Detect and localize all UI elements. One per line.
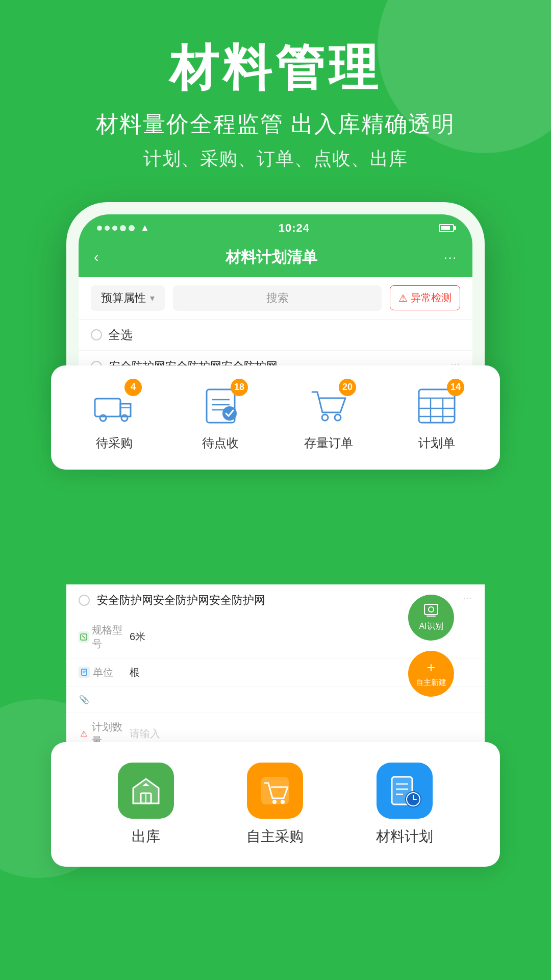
unit-label: 单位 <box>93 666 113 679</box>
document-clock-icon <box>387 773 422 808</box>
ai-recognize-button[interactable]: AI识别 <box>408 595 454 641</box>
ai-recognize-label: AI识别 <box>419 621 443 632</box>
quick-action-stock-orders[interactable]: 20 存量订单 <box>304 384 353 451</box>
svg-line-14 <box>82 635 85 639</box>
search-row: 预算属性 ▾ 搜索 ⚠ 异常检测 <box>79 277 472 319</box>
self-create-button[interactable]: + 自主新建 <box>408 651 454 697</box>
filter-label: 预算属性 <box>101 290 146 306</box>
shopping-cart-icon <box>257 773 293 808</box>
anomaly-button[interactable]: ⚠ 异常检测 <box>390 285 460 310</box>
svg-rect-0 <box>95 399 120 416</box>
outbound-icon-box <box>118 763 174 819</box>
wifi-icon: ▲ <box>140 223 149 233</box>
quick-action-pending-receive[interactable]: 18 待点收 <box>198 384 243 451</box>
status-bar: ▲ 10:24 <box>79 214 472 240</box>
warning-sm-icon: ⚠ <box>79 728 89 740</box>
unit-icon <box>79 667 90 678</box>
feature-material-plan[interactable]: 材料计划 <box>376 763 433 846</box>
feature-self-purchase[interactable]: 自主采购 <box>246 763 304 846</box>
nav-title: 材料计划清单 <box>226 247 317 268</box>
quick-actions-card: 4 待采购 18 待点收 <box>51 365 500 470</box>
svg-rect-18 <box>424 604 438 615</box>
stock-orders-label: 存量订单 <box>304 435 353 451</box>
phone-mockup: ▲ 10:24 ‹ 材料计划清单 ··· 预算属性 ▾ 搜索 <box>66 202 485 421</box>
page-title: 材料管理 <box>0 41 551 95</box>
unit-value: 根 <box>130 666 140 679</box>
bottom-feature-card: 出库 自主采购 <box>51 742 500 867</box>
select-all-label: 全选 <box>108 327 133 343</box>
svg-point-22 <box>272 800 277 804</box>
material-plan-icon-box <box>377 763 433 819</box>
floating-buttons: AI识别 + 自主新建 <box>408 595 454 697</box>
svg-point-5 <box>322 414 328 421</box>
svg-rect-15 <box>82 669 87 675</box>
nav-bar: ‹ 材料计划清单 ··· <box>79 240 472 277</box>
spec-label: 规格型号 <box>92 623 130 651</box>
self-purchase-icon-box <box>247 763 303 819</box>
back-button[interactable]: ‹ <box>94 249 98 265</box>
plan-qty-input[interactable]: 请输入 <box>130 727 160 741</box>
search-input[interactable]: 搜索 <box>173 285 382 311</box>
badge-pending-receive: 18 <box>231 379 248 396</box>
svg-point-23 <box>281 800 285 804</box>
item2-title: 安全防护网安全防护网安全防护网 <box>97 593 456 608</box>
quick-action-pending-purchase[interactable]: 4 待采购 <box>92 384 137 451</box>
svg-point-4 <box>222 406 237 421</box>
svg-point-6 <box>335 414 341 421</box>
select-all-checkbox[interactable] <box>91 329 102 340</box>
badge-pending-purchase: 4 <box>124 379 142 396</box>
spec-value: 6米 <box>130 630 145 644</box>
svg-rect-7 <box>419 389 455 423</box>
anomaly-label: 异常检测 <box>411 291 452 305</box>
badge-stock-orders: 20 <box>339 379 356 396</box>
plan-label: 计划单 <box>418 435 455 451</box>
size-icon <box>79 631 89 643</box>
battery-icon <box>439 224 454 232</box>
pending-purchase-label: 待采购 <box>96 435 133 451</box>
status-time: 10:24 <box>279 222 310 235</box>
item2-checkbox[interactable] <box>79 595 90 606</box>
item2-more-button[interactable]: ··· <box>463 593 472 603</box>
more-button[interactable]: ··· <box>444 250 457 264</box>
warehouse-icon <box>128 773 164 808</box>
feature-outbound[interactable]: 出库 <box>118 763 174 846</box>
subtitle-main: 材料量价全程监管 出入库精确透明 <box>0 109 551 139</box>
subtitle-sub: 计划、采购、订单、点收、出库 <box>0 146 551 172</box>
material-plan-label: 材料计划 <box>376 827 433 846</box>
self-create-label: 自主新建 <box>416 678 446 688</box>
outbound-label: 出库 <box>132 827 160 846</box>
select-all-row: 全选 <box>79 319 472 350</box>
badge-plan: 14 <box>447 379 464 396</box>
warning-icon: ⚠ <box>398 292 408 304</box>
self-purchase-label: 自主采购 <box>246 827 304 846</box>
filter-button[interactable]: 预算属性 ▾ <box>91 285 165 311</box>
svg-point-19 <box>429 607 434 612</box>
chevron-down-icon: ▾ <box>150 292 155 304</box>
clip-icon: 📎 <box>79 694 90 705</box>
quick-action-plan[interactable]: 14 计划单 <box>414 384 459 451</box>
pending-receive-label: 待点收 <box>202 435 239 451</box>
